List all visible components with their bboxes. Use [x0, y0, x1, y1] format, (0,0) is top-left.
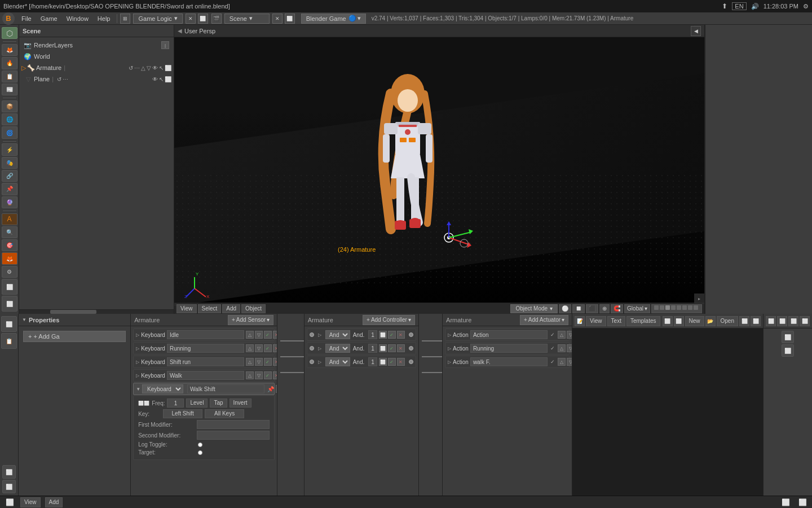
sensor-walkshift[interactable]: ▼ Keyboard 📌 △ ▽ ✓ ✕ [133, 383, 275, 395]
tool-amazon[interactable]: A [2, 213, 17, 225]
act-1-up[interactable]: △ [558, 331, 566, 339]
ctrl-1-icon1[interactable]: ⬜ [379, 331, 387, 339]
sensor-idle-expand[interactable]: ▷ [136, 332, 139, 338]
scene-item-renderlayers[interactable]: 📷 RenderLayers | [21, 40, 171, 51]
plane-eye[interactable]: 👁 [152, 76, 158, 82]
sensor-walkshift-type-dropdown[interactable]: Keyboard [142, 384, 183, 393]
ctrl-1[interactable]: ▷ And And. 1 ⬜ ✓ ✕ [307, 329, 416, 341]
scene-icon[interactable]: 🎬 [211, 14, 222, 24]
scene-close-icon[interactable]: ✕ [272, 14, 283, 24]
act-3[interactable]: ▷ Action ✓ △ ▽ ✓ ✕ [445, 356, 570, 368]
sd-secondmod-input[interactable] [197, 431, 270, 440]
ctrl-2-x[interactable]: ✕ [397, 344, 405, 352]
scene-scrollbar-thumb[interactable] [50, 310, 96, 314]
act-1-expand[interactable]: ▷ [448, 332, 451, 338]
arm-ic-eye[interactable]: 👁 [152, 65, 158, 71]
act-1[interactable]: ▷ Action ✓ △ ▽ ✓ ✕ [445, 329, 570, 341]
editor-icon[interactable]: ⊞ [120, 14, 130, 24]
sensor-shiftrun[interactable]: ▷ Keyboard △ ▽ ✓ ✕ [133, 356, 275, 368]
arm-ic-1[interactable]: ↺ [129, 65, 133, 71]
sensor-walk-down[interactable]: ▽ [255, 371, 263, 379]
sd-key-value[interactable]: Left Shift [163, 409, 202, 418]
rs-icon-4[interactable]: ⬜ [800, 316, 810, 326]
bt-tool-1[interactable]: ⬜ [1, 316, 17, 332]
ctrl-2-type[interactable]: And [325, 344, 350, 353]
vp-mode-dropdown[interactable]: Object Mode ▾ [510, 304, 558, 313]
sensor-walk-input[interactable] [167, 371, 244, 380]
ctrl-3-expand[interactable]: ▷ [318, 360, 324, 365]
expand-icon[interactable]: ◀ [178, 28, 182, 34]
tool-bottom-1[interactable]: ⬜ [2, 279, 17, 295]
ctrl-3[interactable]: ▷ And And. 1 ⬜ ✓ ✕ [307, 356, 416, 368]
sensor-shiftrun-expand[interactable]: ▷ [136, 359, 139, 365]
sensor-walk-x[interactable]: ✕ [273, 371, 277, 379]
plane-ic-1[interactable]: ↺ [57, 76, 61, 82]
tool-rotate[interactable]: 🔥 [2, 57, 17, 69]
bt-tool-bot-2[interactable]: ⬜ [2, 480, 16, 493]
te-open-btn[interactable]: Open [717, 316, 738, 326]
tool-8[interactable]: ⚡ [2, 143, 17, 155]
ctrl-3-check[interactable]: ✓ [388, 358, 396, 366]
arm-ic-3[interactable]: △ [141, 65, 145, 71]
tool-cursor[interactable]: ⬡ [2, 27, 17, 39]
bt-tool-bot-1[interactable]: ⬜ [2, 465, 16, 479]
tool-11[interactable]: 📌 [2, 183, 17, 195]
te-templates-btn[interactable]: Templates [626, 316, 660, 326]
tool-12[interactable]: 🔮 [2, 196, 17, 208]
vp-select-btn[interactable]: Select [198, 304, 222, 313]
sd-invert-btn[interactable]: Invert [230, 398, 251, 408]
rs-tool-2[interactable]: ⬜ [782, 344, 794, 357]
vp-view-btn[interactable]: View [176, 304, 197, 313]
status-icon-1[interactable]: ⬜ [3, 496, 16, 509]
ctrl-2-check[interactable]: ✓ [388, 344, 396, 352]
plane-ic-2[interactable]: ⋯ [63, 76, 68, 82]
sensor-running-x[interactable]: ✕ [273, 344, 277, 352]
tool-16[interactable]: ⚙ [2, 266, 17, 278]
act-3-name[interactable] [470, 357, 548, 366]
sensor-walkshift-input[interactable] [187, 384, 264, 393]
rs-icon-3[interactable]: ⬜ [788, 316, 798, 326]
settings-icon[interactable]: ⚙ [803, 3, 809, 10]
sensor-idle-x[interactable]: ✕ [273, 331, 277, 339]
rs-tool-1[interactable]: ⬜ [782, 331, 794, 343]
act-1-name[interactable] [470, 330, 548, 339]
sensor-idle[interactable]: ▷ Keyboard △ ▽ ✓ ✕ [133, 329, 275, 341]
ctrl-1-type[interactable]: And [325, 330, 350, 339]
vp-overlay-btn[interactable]: ⬛ [586, 304, 598, 313]
act-2-name[interactable] [470, 344, 548, 353]
act-1-down[interactable]: ▽ [567, 331, 572, 339]
sd-logtoggle-value[interactable] [198, 443, 202, 447]
menu-window[interactable]: Window [62, 12, 93, 25]
sensor-shiftrun-input[interactable] [167, 357, 244, 366]
sensor-walk-check[interactable]: ✓ [264, 371, 272, 379]
ctrl-2-icon1[interactable]: ⬜ [379, 344, 387, 352]
vp-pivot-dropdown[interactable]: Global ▾ [624, 304, 650, 313]
te-icon-4[interactable]: ⬜ [751, 316, 761, 326]
arm-ic-cursor[interactable]: ↖ [159, 65, 164, 71]
sensor-running-down[interactable]: ▽ [255, 344, 263, 352]
sd-freq-input[interactable] [167, 398, 184, 408]
sensor-running-input[interactable] [167, 344, 244, 353]
act-2-down[interactable]: ▽ [567, 344, 572, 352]
sensor-shiftrun-down[interactable]: ▽ [255, 358, 263, 366]
tool-4[interactable]: 📰 [2, 84, 17, 95]
scene-item-plane[interactable]: ▽ Plane | ↺ ⋯ 👁 ↖ ⬜ [21, 73, 171, 85]
plane-cam[interactable]: ⬜ [165, 76, 171, 82]
sensor-walk[interactable]: ▷ Keyboard △ ▽ ✓ ✕ [133, 369, 275, 382]
tool-5[interactable]: 📦 [2, 100, 17, 112]
tool-3[interactable]: 📋 [2, 71, 17, 82]
tool-10[interactable]: 🔗 [2, 170, 17, 182]
vp-shading-btn[interactable]: ⚪ [559, 304, 571, 313]
ctrl-3-icon1[interactable]: ⬜ [379, 358, 387, 366]
scene-item-world[interactable]: 🌍 World [21, 51, 171, 62]
vp-viewport-shading[interactable]: 🔲 [572, 304, 585, 313]
sensor-idle-check[interactable]: ✓ [264, 331, 272, 339]
arm-ic-cam[interactable]: ⬜ [165, 65, 171, 71]
te-new-btn[interactable]: New [685, 316, 704, 326]
sensor-running[interactable]: ▷ Keyboard △ ▽ ✓ ✕ [133, 342, 275, 354]
te-icon-2[interactable]: ⬜ [674, 316, 684, 326]
vp-add-btn[interactable]: Add [222, 304, 240, 313]
sensor-walkshift-expand[interactable]: ▼ [136, 386, 140, 392]
sensor-idle-up[interactable]: △ [246, 331, 254, 339]
vp-ctrl-1[interactable]: ◀ [691, 26, 701, 36]
